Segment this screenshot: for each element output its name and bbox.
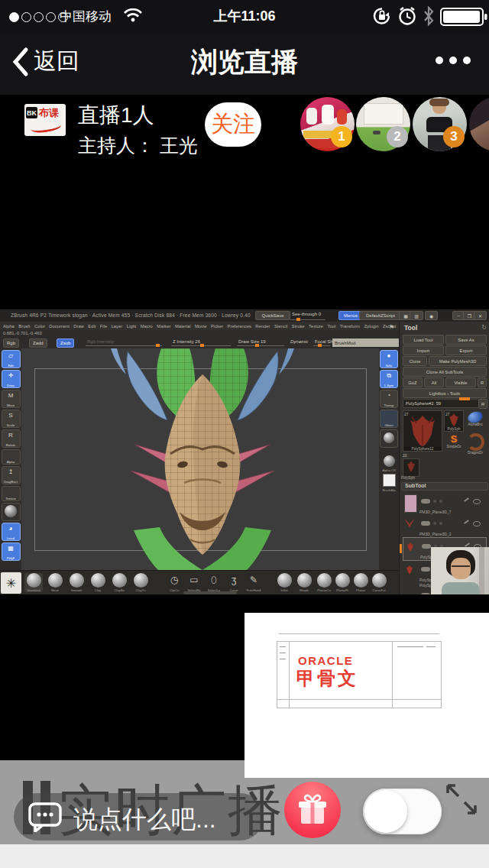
current-brush-stamp: ✳ xyxy=(1,572,21,594)
chat-input[interactable]: 说点什么吧... xyxy=(14,793,264,840)
viewer-badge-2: 2 xyxy=(387,126,408,147)
load-tool-button: Load Tool xyxy=(403,335,444,345)
refresh-icon: ↻ xyxy=(481,324,487,331)
slider-orange-fill xyxy=(459,397,470,400)
cursor-coords: 0.681,-0.701,-0.463 xyxy=(3,331,42,335)
toggle-knob[interactable] xyxy=(364,790,407,833)
more-menu-button[interactable] xyxy=(436,57,471,64)
brush-standard: Standard xyxy=(24,573,43,592)
scale-tool: SScale xyxy=(2,410,21,428)
alarm-icon xyxy=(397,5,418,27)
quickmat-slot xyxy=(2,503,21,521)
draw-tool: ✛Draw xyxy=(2,370,21,388)
subtool-section-header: SubTool xyxy=(401,482,488,491)
zbrush-title: ZBrush 4R6 P2 Timework slogan · Active M… xyxy=(11,313,251,318)
make-polymesh-button: Make PolyMesh3D xyxy=(429,356,487,366)
brush-inflat: Inflat xyxy=(275,573,293,592)
channel-logo: BK 布课 xyxy=(24,104,66,136)
zbrush-brush-strip: ✳ Standard Move Smooth Clay ClayBu ClayT… xyxy=(0,570,399,594)
close-icon: ✕ xyxy=(474,311,487,320)
polyframe-button: ▦PolyF xyxy=(2,542,21,561)
brushalpha-thumb xyxy=(383,474,396,487)
host-label: 主持人： 王光 xyxy=(78,133,198,158)
clone-button: Clone xyxy=(403,356,427,366)
brush-clipcurve: ◷ClipCu xyxy=(165,573,183,592)
presenter-webcam xyxy=(431,547,489,594)
logo-swoosh xyxy=(30,120,61,134)
brush-selectlasso: ⬯SelectLa xyxy=(205,573,223,592)
slider-r-button: R xyxy=(478,399,487,409)
all-button: All xyxy=(424,377,444,387)
nav-bar: 返回 浏览直播 xyxy=(0,34,489,95)
visible-button: Visible xyxy=(445,377,476,387)
tool-panel-title: Tool xyxy=(404,324,417,332)
save-as-button: Save As xyxy=(445,335,487,345)
brush-planarcut: PlanarCu xyxy=(315,573,333,592)
ghost-button: Ghost xyxy=(380,410,398,428)
status-bar: 中国移动 上午11:06 xyxy=(0,0,489,34)
zbrush-menu-row: AlphaBrushColor DocumentDrawEdit FileLay… xyxy=(0,322,402,330)
back-button[interactable]: 返回 xyxy=(11,46,79,77)
polysphere-thumbnail: 27 PolySph xyxy=(444,410,464,432)
rgb-intensity-slider: Rgb Intensity xyxy=(87,339,114,344)
r-button: R xyxy=(478,377,487,387)
slide-panel: ORACLE 甲骨文 xyxy=(244,613,489,778)
chat-bubble-icon xyxy=(28,802,63,832)
rotation-lock-icon xyxy=(371,5,393,27)
viewer-avatar-4[interactable] xyxy=(469,97,489,151)
brushmod-field: BrushMod xyxy=(332,338,403,347)
back-label: 返回 xyxy=(34,46,79,77)
viewer-badge-1: 1 xyxy=(331,126,352,147)
brush-freehand: ✎FreeHand xyxy=(244,573,263,592)
follow-button[interactable]: 关注 xyxy=(205,102,261,147)
transp-button: ◔Transp xyxy=(380,390,398,408)
camera-toggle[interactable] xyxy=(363,789,442,834)
brush-claytubes: ClayTu xyxy=(131,573,150,592)
stream-info-row: BK 布课 直播1人 主持人： 王光 关注 1 2 xyxy=(0,95,489,164)
simple-brush-thumbnail: S SimpleDr xyxy=(444,433,464,452)
solo-button: ●Solo xyxy=(380,350,398,368)
brush-selectrect: ▭SelectRe xyxy=(185,573,203,592)
page-title: 浏览直播 xyxy=(92,44,397,80)
see-through-slider: See-through 0 xyxy=(292,312,321,316)
gift-icon xyxy=(296,793,329,827)
subtool-item-2: PM3D_Plane3D_2 xyxy=(403,515,485,537)
battery-icon xyxy=(440,8,487,26)
zadd-button: Zadd xyxy=(29,338,47,348)
zbrush-titlebar: ZBrush 4R6 P2 Timework slogan · Active M… xyxy=(0,309,489,322)
dynamic-label: Dynamic xyxy=(290,339,308,344)
alpha-off-thumb xyxy=(384,455,395,467)
bottom-control-bar: 实时广播 说点什么吧... xyxy=(0,760,489,844)
expand-fullscreen-button[interactable] xyxy=(443,781,480,818)
gift-button[interactable] xyxy=(284,782,341,838)
edit-tool: ▱Edit xyxy=(2,350,21,368)
subtool-item-1: PM3D_Plane3D_7 xyxy=(403,493,485,515)
brush-planarflatten: PlanarFl xyxy=(333,573,351,592)
live-count-label: 直播1人 xyxy=(78,101,154,130)
goz-button: GoZ xyxy=(403,377,423,387)
back-chevron-icon xyxy=(11,47,29,77)
brush-move: Move xyxy=(46,573,64,592)
zbrush-right-shelf: ●Solo ⧉L.Sym ◔Transp Ghost Alpha Off Bru… xyxy=(379,348,399,572)
dragon-head-model xyxy=(88,348,317,570)
thumb2-count: 20 xyxy=(403,453,407,458)
flag-icon: ⚑ xyxy=(389,324,394,331)
polysphere2-thumbnail xyxy=(403,458,419,477)
zbrush-left-toolbar: ▱Edit ✛Draw MMove SScale RRotate Alpha ↥… xyxy=(0,348,21,572)
lightbox-tools-button: Lightbox › Tools xyxy=(403,388,487,398)
live-stream-screen: 中国移动 上午11:06 xyxy=(0,0,489,868)
import-button: Import xyxy=(403,345,444,355)
logo-bk-mark: BK xyxy=(26,107,37,118)
move-tool: MMove xyxy=(2,390,21,408)
export-button: Export xyxy=(445,345,487,355)
zbrush-video-frame: ZBrush 4R6 P2 Timework slogan · Active M… xyxy=(0,309,489,594)
presenter-glasses xyxy=(452,565,470,572)
alpha-brush-thumbnail: AlphaBru xyxy=(465,410,485,430)
active-tool-slider: PolySphere#2. 59 xyxy=(403,399,482,408)
quicksave-button: QuickSave xyxy=(255,311,290,320)
clone-all-subtools-button: Clone All SubTools xyxy=(403,367,487,377)
logo-text: 布课 xyxy=(39,106,59,120)
brush-morph: Morph xyxy=(295,573,313,592)
active-tool-thumbnail: 27 PolySphere12 xyxy=(403,410,442,452)
chat-placeholder: 说点什么吧... xyxy=(73,803,216,837)
